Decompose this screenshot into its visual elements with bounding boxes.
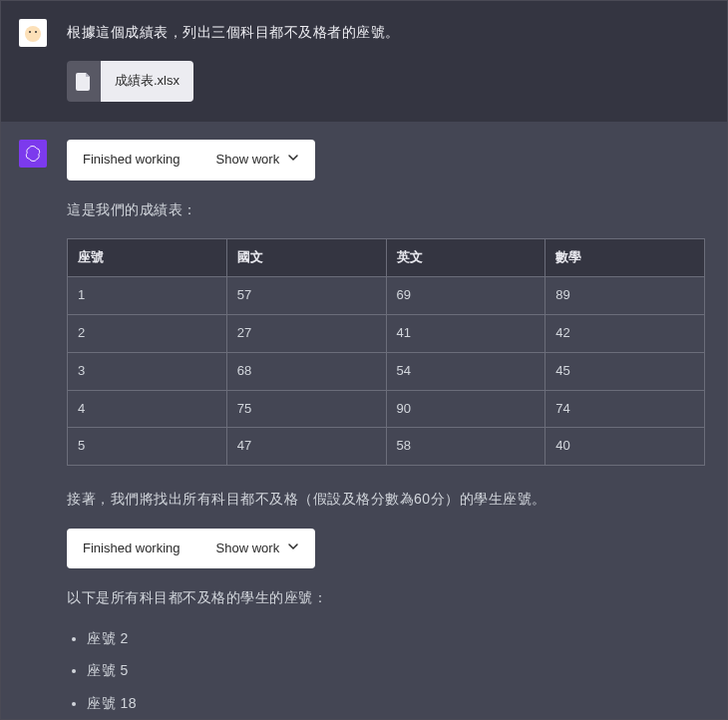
table-cell: 58: [386, 428, 546, 466]
chevron-down-icon: [287, 150, 299, 171]
table-header-cell: 國文: [226, 239, 386, 277]
table-cell: 2: [68, 314, 227, 352]
table-cell: 27: [226, 314, 386, 352]
result-list: 座號 2座號 5座號 18: [67, 627, 705, 714]
table-header-cell: 座號: [68, 239, 227, 277]
table-row: 5475840: [68, 428, 705, 466]
table-cell: 45: [546, 352, 705, 390]
table-cell: 57: [226, 277, 386, 315]
table-row: 4759074: [68, 390, 705, 428]
assistant-message: Finished working Show work 這是我們的成績表： 座號國…: [1, 122, 727, 720]
file-icon: [67, 61, 101, 102]
working-status: Finished working: [83, 539, 181, 559]
openai-icon: [24, 145, 42, 163]
intro-text: 這是我們的成績表：: [67, 198, 705, 220]
table-cell: 47: [226, 428, 386, 466]
table-cell: 74: [546, 390, 705, 428]
working-status: Finished working: [83, 150, 181, 171]
show-work-toggle[interactable]: Show work: [216, 539, 300, 559]
file-name: 成績表.xlsx: [101, 61, 193, 102]
finished-working-button-2[interactable]: Finished working Show work: [67, 529, 315, 569]
grades-table: 座號國文英文數學 1576989227414236854454759074547…: [67, 238, 705, 466]
table-cell: 42: [546, 314, 705, 352]
table-header-cell: 數學: [546, 239, 705, 277]
table-cell: 3: [68, 352, 227, 390]
table-header-row: 座號國文英文數學: [68, 239, 705, 277]
list-item: 座號 2: [87, 627, 705, 649]
table-cell: 54: [386, 352, 546, 390]
table-cell: 1: [68, 277, 227, 315]
assistant-content: Finished working Show work 這是我們的成績表： 座號國…: [67, 140, 705, 720]
table-cell: 41: [386, 314, 546, 352]
user-avatar: [19, 19, 47, 47]
table-cell: 69: [386, 277, 546, 315]
table-cell: 90: [386, 390, 546, 428]
list-item: 座號 5: [87, 659, 705, 681]
finished-working-button-1[interactable]: Finished working Show work: [67, 140, 315, 180]
table-cell: 68: [226, 352, 386, 390]
file-attachment[interactable]: 成績表.xlsx: [67, 61, 193, 102]
result-intro-text: 以下是所有科目都不及格的學生的座號：: [67, 586, 705, 608]
followup-text: 接著，我們將找出所有科目都不及格（假設及格分數為60分）的學生座號。: [67, 488, 705, 510]
chevron-down-icon: [287, 539, 299, 559]
user-prompt-text: 根據這個成績表，列出三個科目都不及格者的座號。: [67, 19, 705, 43]
assistant-avatar: [19, 140, 47, 168]
table-cell: 75: [226, 390, 386, 428]
show-work-toggle[interactable]: Show work: [216, 150, 300, 171]
user-content: 根據這個成績表，列出三個科目都不及格者的座號。 成績表.xlsx: [67, 19, 705, 102]
list-item: 座號 18: [87, 692, 705, 714]
table-row: 3685445: [68, 352, 705, 390]
table-cell: 4: [68, 390, 227, 428]
table-cell: 5: [68, 428, 227, 466]
table-row: 2274142: [68, 314, 705, 352]
table-body: 15769892274142368544547590745475840: [68, 277, 705, 466]
table-cell: 40: [546, 428, 705, 466]
table-header-cell: 英文: [386, 239, 546, 277]
user-message: 根據這個成績表，列出三個科目都不及格者的座號。 成績表.xlsx: [1, 1, 727, 122]
table-row: 1576989: [68, 277, 705, 315]
table-cell: 89: [546, 277, 705, 315]
